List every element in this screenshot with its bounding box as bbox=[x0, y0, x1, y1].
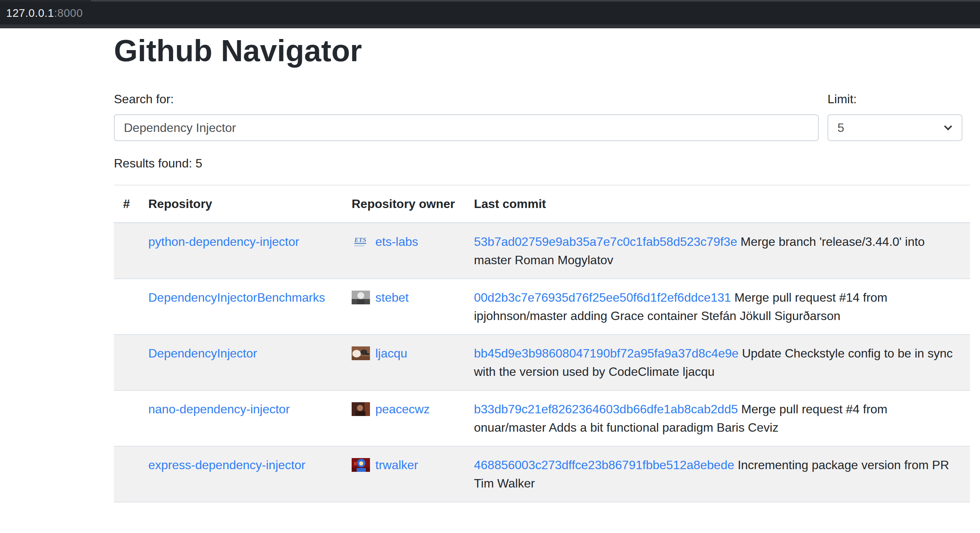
repository-owner-cell: stebet bbox=[342, 279, 465, 335]
header-last-commit: Last commit bbox=[465, 185, 970, 223]
commit-hash-link[interactable]: b33db79c21ef8262364603db66dfe1ab8cab2dd5 bbox=[474, 402, 738, 416]
row-number-cell bbox=[114, 279, 139, 335]
repository-link[interactable]: DependencyInjector bbox=[148, 346, 257, 360]
header-repository: Repository bbox=[139, 185, 342, 223]
svg-text:ETS: ETS bbox=[354, 236, 366, 244]
header-repository-owner: Repository owner bbox=[342, 185, 465, 223]
row-number-cell bbox=[114, 446, 139, 502]
owner-avatar: ETS bbox=[352, 235, 370, 249]
repository-link[interactable]: python-dependency-injector bbox=[148, 235, 299, 249]
url-host: 127.0.0.1 bbox=[6, 7, 54, 19]
table-row: DependencyInjector ljacqu bb45d9e3b98608… bbox=[114, 335, 970, 390]
url-port: :8000 bbox=[54, 7, 83, 19]
last-commit-cell: 53b7ad02759e9ab35a7e7c0c1fab58d523c79f3e… bbox=[465, 223, 970, 279]
search-form: Search for: Limit: 5 bbox=[114, 90, 962, 141]
header-number: # bbox=[114, 185, 139, 223]
page-container: Github Navigator Search for: Limit: 5 Re… bbox=[114, 32, 970, 502]
repository-owner-link[interactable]: trwalker bbox=[375, 456, 418, 474]
search-field-group: Search for: bbox=[114, 90, 819, 141]
commit-hash-link[interactable]: 468856003c273dffce23b86791fbbe512a8ebede bbox=[474, 458, 734, 472]
row-number-cell bbox=[114, 335, 139, 390]
owner-avatar bbox=[352, 402, 370, 416]
results-summary: Results found: 5 bbox=[114, 154, 970, 172]
repository-owner-cell: ljacqu bbox=[342, 335, 465, 390]
results-table: # Repository Repository owner Last commi… bbox=[114, 185, 970, 502]
repository-cell: DependencyInjectorBenchmarks bbox=[139, 279, 342, 335]
browser-tab-strip bbox=[0, 0, 980, 2]
table-row: python-dependency-injector ETS ets-labs … bbox=[114, 223, 970, 279]
limit-field-group: Limit: 5 bbox=[827, 90, 962, 141]
repository-owner-link[interactable]: peacecwz bbox=[375, 400, 430, 418]
browser-toolbar-divider bbox=[0, 24, 980, 28]
owner-avatar bbox=[352, 346, 370, 360]
repository-owner-cell: peacecwz bbox=[342, 390, 465, 446]
page-title: Github Navigator bbox=[114, 32, 970, 69]
limit-label: Limit: bbox=[827, 90, 962, 108]
browser-toolbar: 127.0.0.1:8000 bbox=[0, 0, 980, 28]
repository-cell: python-dependency-injector bbox=[139, 223, 342, 279]
table-header-row: # Repository Repository owner Last commi… bbox=[114, 185, 970, 223]
repository-owner-link[interactable]: stebet bbox=[375, 288, 409, 307]
last-commit-cell: b33db79c21ef8262364603db66dfe1ab8cab2dd5… bbox=[465, 390, 970, 446]
repository-owner-link[interactable]: ljacqu bbox=[375, 344, 407, 362]
search-label: Search for: bbox=[114, 90, 819, 108]
repository-owner-cell: ETS ets-labs bbox=[342, 223, 465, 279]
repository-owner-cell: trwalker bbox=[342, 446, 465, 502]
commit-hash-link[interactable]: 53b7ad02759e9ab35a7e7c0c1fab58d523c79f3e bbox=[474, 235, 737, 249]
last-commit-cell: 468856003c273dffce23b86791fbbe512a8ebede… bbox=[465, 446, 970, 502]
repository-link[interactable]: nano-dependency-injector bbox=[148, 402, 290, 416]
row-number-cell bbox=[114, 223, 139, 279]
repository-owner-link[interactable]: ets-labs bbox=[375, 232, 418, 251]
table-row: express-dependency-injector trwalker 468… bbox=[114, 446, 970, 502]
last-commit-cell: bb45d9e3b98608047190bf72a95fa9a37d8c4e9e… bbox=[465, 335, 970, 390]
last-commit-cell: 00d2b3c7e76935d76f25ee50f6d1f2ef6ddce131… bbox=[465, 279, 970, 335]
address-bar[interactable]: 127.0.0.1:8000 bbox=[6, 2, 83, 24]
search-input[interactable] bbox=[114, 114, 819, 141]
results-table-body: python-dependency-injector ETS ets-labs … bbox=[114, 223, 970, 502]
repository-cell: express-dependency-injector bbox=[139, 446, 342, 502]
repository-cell: nano-dependency-injector bbox=[139, 390, 342, 446]
owner-avatar bbox=[352, 291, 370, 304]
repository-link[interactable]: express-dependency-injector bbox=[148, 458, 305, 472]
owner-avatar bbox=[352, 458, 370, 472]
limit-select[interactable]: 5 bbox=[827, 114, 962, 141]
commit-hash-link[interactable]: 00d2b3c7e76935d76f25ee50f6d1f2ef6ddce131 bbox=[474, 291, 731, 304]
row-number-cell bbox=[114, 390, 139, 446]
repository-link[interactable]: DependencyInjectorBenchmarks bbox=[148, 291, 325, 304]
table-row: DependencyInjectorBenchmarks stebet 00d2… bbox=[114, 279, 970, 335]
commit-hash-link[interactable]: bb45d9e3b98608047190bf72a95fa9a37d8c4e9e bbox=[474, 346, 738, 360]
table-row: nano-dependency-injector peacecwz b33db7… bbox=[114, 390, 970, 446]
repository-cell: DependencyInjector bbox=[139, 335, 342, 390]
